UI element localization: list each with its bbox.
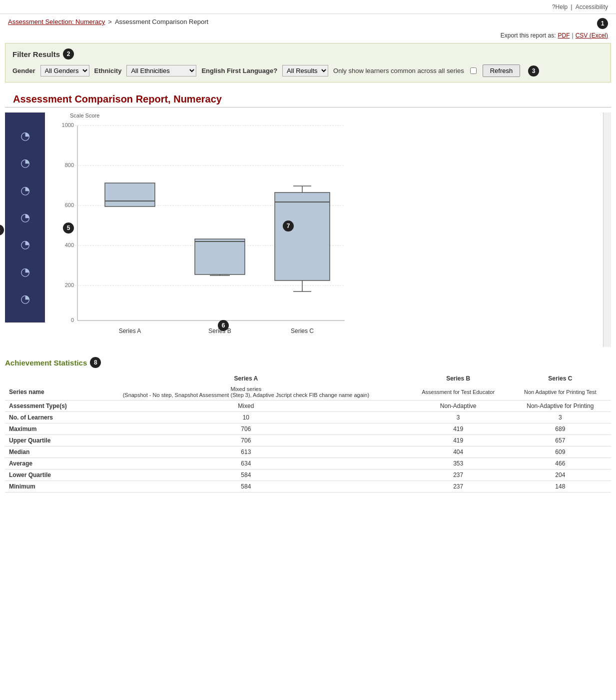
row-label: Median — [5, 446, 85, 458]
table-row: Average 634 353 466 — [5, 458, 611, 470]
scrollbar[interactable] — [603, 112, 611, 347]
badge-1: 1 — [597, 18, 608, 29]
series-a-avg: 634 — [85, 458, 407, 470]
series-c-median: 609 — [510, 446, 611, 458]
breadcrumb-separator: > — [108, 18, 112, 26]
chart-area: Scale Score 5 1000 800 600 — [45, 112, 603, 347]
ethnicity-select[interactable]: All Ethnicities — [126, 65, 196, 76]
achievement-header: Achievement Statistics 8 — [5, 357, 611, 368]
series-b-type: Non-Adaptive — [407, 400, 510, 412]
breadcrumb-link[interactable]: Assessment Selection: Numeracy — [8, 18, 105, 26]
series-a-uq: 706 — [85, 435, 407, 446]
only-show-checkbox[interactable] — [470, 68, 477, 74]
row-label: Upper Quartile — [5, 435, 85, 446]
export-pdf-link[interactable]: PDF — [558, 32, 570, 39]
row-label: Lower Quartile — [5, 470, 85, 481]
series-a-max: 706 — [85, 424, 407, 435]
row-label: Minimum — [5, 481, 85, 492]
row-label: No. of Learners — [5, 412, 85, 424]
svg-text:200: 200 — [65, 282, 74, 288]
refresh-button[interactable]: Refresh — [483, 64, 521, 77]
chart-sidebar: ◔ ◔ ◔ ◔ ◔ ◔ ◔ — [5, 112, 45, 322]
col-header-series-b: Series B — [407, 373, 510, 384]
col-header-series-c: Series C — [510, 373, 611, 384]
sidebar-icon-6: ◔ — [20, 266, 30, 278]
separator1: | — [571, 3, 572, 10]
accessibility-link[interactable]: Accessibility — [576, 4, 608, 10]
sidebar-icon-4: ◔ — [20, 211, 30, 224]
export-csv-link[interactable]: CSV (Excel) — [576, 32, 608, 39]
ethnicity-label: Ethnicity — [94, 67, 122, 74]
svg-text:800: 800 — [65, 162, 74, 168]
col-header-series-a: Series A — [85, 373, 407, 384]
series-a-type: Mixed — [85, 400, 407, 412]
series-c-max: 689 — [510, 424, 611, 435]
series-b-learners: 3 — [407, 412, 510, 424]
help-icon: ? — [552, 4, 556, 10]
svg-text:0: 0 — [71, 317, 74, 323]
series-a-lq: 584 — [85, 470, 407, 481]
series-c-type: Non-Adaptive for Printing — [510, 400, 611, 412]
svg-text:400: 400 — [65, 242, 74, 248]
only-show-label: Only show learners common across all ser… — [333, 67, 464, 74]
svg-text:1000: 1000 — [62, 122, 74, 128]
chart-container: 4 ◔ ◔ ◔ ◔ ◔ ◔ ◔ Scale Score 5 — [5, 112, 611, 347]
series-a-box — [105, 183, 155, 206]
gender-select[interactable]: All Genders — [40, 65, 89, 76]
export-label: Export this report as: — [501, 32, 556, 39]
efl-label: English First Language? — [201, 67, 277, 74]
sidebar-icon-1: ◔ — [20, 130, 30, 142]
series-c-name: Non Adaptive for Printing Test — [510, 384, 611, 400]
series-a-min: 584 — [85, 481, 407, 492]
series-b-lq: 237 — [407, 470, 510, 481]
series-b-name: Assessment for Test Educator — [407, 384, 510, 400]
col-header-label — [5, 373, 85, 384]
sidebar-icon-2: ◔ — [20, 156, 30, 170]
table-row: Series name Mixed series (Snapshot - No … — [5, 384, 611, 400]
series-c-box — [275, 192, 330, 280]
series-a-name: Mixed series (Snapshot - No step, Snapsh… — [85, 384, 407, 400]
series-b-min: 237 — [407, 481, 510, 492]
row-label: Maximum — [5, 424, 85, 435]
filter-section: Filter Results 2 Gender All Genders Ethn… — [5, 43, 611, 82]
series-b-uq: 419 — [407, 435, 510, 446]
series-b-avg: 353 — [407, 458, 510, 470]
svg-text:600: 600 — [65, 202, 74, 208]
badge-8: 8 — [90, 357, 101, 368]
stats-table: Series A Series B Series C Series name M… — [5, 373, 611, 492]
table-row: Assessment Type(s) Mixed Non-Adaptive No… — [5, 400, 611, 412]
gender-label: Gender — [12, 67, 35, 74]
table-row: Minimum 584 237 148 — [5, 481, 611, 492]
chart-svg-wrapper: 5 1000 800 600 400 — [50, 120, 598, 347]
sidebar-icon-7: ◔ — [20, 292, 30, 306]
table-row: Median 613 404 609 — [5, 446, 611, 458]
badge-5: 5 — [63, 222, 74, 234]
table-row: Maximum 706 419 689 — [5, 424, 611, 435]
badge-4: 4 — [0, 224, 4, 236]
series-c-avg: 466 — [510, 458, 611, 470]
box-plot-chart: 1000 800 600 400 200 0 — [50, 120, 350, 346]
series-c-lq: 204 — [510, 470, 611, 481]
badge-6: 6 — [218, 320, 229, 331]
series-a-median: 613 — [85, 446, 407, 458]
help-link[interactable]: Help — [556, 4, 568, 10]
filter-header: Filter Results 2 — [12, 48, 604, 60]
achievement-section: Achievement Statistics 8 Series A Series… — [5, 357, 611, 492]
svg-text:Series C: Series C — [291, 328, 314, 334]
series-b-box — [195, 239, 245, 274]
export-row: Export this report as: PDF | CSV (Excel) — [0, 30, 616, 43]
series-a-learners: 10 — [85, 412, 407, 424]
table-header-row: Series A Series B Series C — [5, 373, 611, 384]
achievement-title: Achievement Statistics — [5, 358, 87, 367]
breadcrumb: Assessment Selection: Numeracy > Assessm… — [8, 18, 208, 26]
export-sep: | — [572, 32, 574, 39]
report-title: Assessment Comparison Report, Numeracy — [5, 86, 611, 108]
row-label: Average — [5, 458, 85, 470]
series-c-min: 148 — [510, 481, 611, 492]
svg-text:Series A: Series A — [119, 328, 141, 334]
efl-select[interactable]: All Results — [282, 65, 328, 76]
badge-3: 3 — [528, 66, 539, 76]
sidebar-icon-3: ◔ — [20, 184, 30, 197]
row-label: Series name — [5, 384, 85, 400]
filter-row: Gender All Genders Ethnicity All Ethnici… — [12, 64, 604, 77]
